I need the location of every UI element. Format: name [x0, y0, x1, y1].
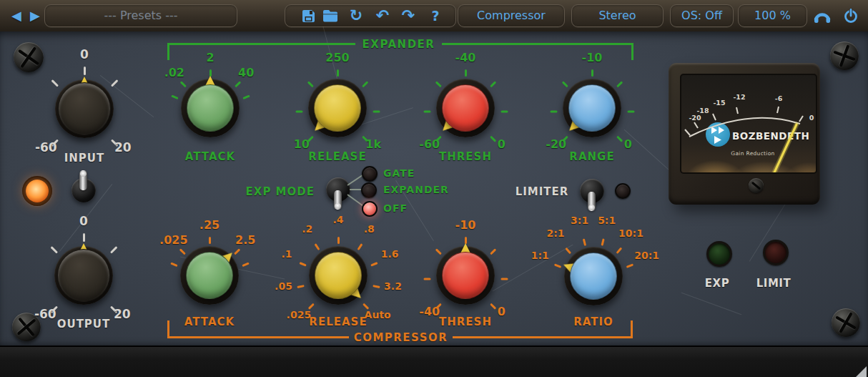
knob-tick [84, 67, 86, 75]
exp-mode-option-off[interactable]: OFF [383, 202, 408, 214]
knob-tick [83, 233, 85, 242]
screw-top-right [830, 41, 859, 70]
compressor-release-knob-cap[interactable] [315, 252, 362, 299]
input-knob[interactable]: -60020INPUT [51, 76, 117, 142]
expander-thresh-scale-label: -40 [455, 51, 476, 64]
input-knob-cap[interactable] [58, 82, 111, 135]
screw-top-left [14, 42, 44, 72]
toolbar: ◀ ▶ --- Presets --- ↻ ↶ ↷ ? Compressor [0, 0, 868, 33]
preset-selector[interactable]: --- Presets --- [44, 4, 237, 27]
knob-tick [500, 278, 508, 280]
save-preset-button[interactable] [300, 0, 317, 31]
output-knob-cap[interactable] [57, 249, 110, 302]
exp-mode-toggle-lever[interactable] [334, 190, 342, 210]
compressor-attack-scale-label: .25 [199, 218, 220, 232]
expander-release-knob-cap[interactable] [314, 84, 361, 132]
save-floppy-icon [302, 9, 315, 23]
next-preset-button[interactable]: ▶ [30, 8, 40, 23]
exp-mode-option-expander[interactable]: EXPANDER [383, 184, 449, 195]
compressor-ratio-knob-cap[interactable] [570, 253, 617, 300]
compressor-release-scale-label: 1.6 [381, 248, 399, 260]
compressor-release-scale-label: 3.2 [384, 280, 402, 292]
open-preset-button[interactable] [321, 0, 340, 31]
compressor-thresh-knob-cap[interactable] [442, 252, 489, 299]
expander-bracket [167, 43, 169, 60]
reload-button[interactable]: ↻ [347, 0, 365, 31]
expander-thresh-knob-cap[interactable] [442, 84, 489, 132]
expander-range-scale-label: 0 [624, 137, 632, 151]
expander-thresh-knob-name: THRESH [439, 150, 492, 163]
compressor-attack-scale-label: 2.5 [235, 232, 255, 246]
expander-attack-scale-label: 40 [238, 65, 254, 79]
output-scale-label: 0 [79, 214, 88, 228]
svg-text:-6: -6 [775, 94, 783, 102]
compressor-thresh-knob[interactable]: -40-100THRESH [433, 243, 498, 308]
expander-release-knob[interactable]: 102501kRELEASE [305, 75, 370, 141]
compressor-thresh-scale-label: -10 [455, 218, 476, 232]
power-button[interactable] [842, 0, 860, 31]
expander-range-knob[interactable]: -20-100RANGE [559, 75, 625, 141]
previous-preset-button[interactable]: ◀ [11, 8, 21, 23]
input-scale-label: 20 [114, 140, 132, 155]
compressor-attack-knob-cap[interactable] [186, 252, 233, 299]
exp-mode-label: EXP MODE [235, 185, 315, 198]
bypass-toggle-lever[interactable] [79, 170, 87, 190]
expander-release-scale-label: 1k [365, 137, 381, 151]
compressor-ratio-scale-label: 5:1 [598, 215, 616, 226]
expander-attack-scale-label: 2 [206, 51, 214, 64]
exp-mode-led-expander [361, 182, 377, 198]
brand-logo-icon [706, 122, 730, 147]
expander-bracket [167, 43, 355, 45]
exp-mode-connector [350, 189, 362, 190]
expander-attack-knob-cap[interactable] [187, 84, 234, 132]
expander-thresh-knob[interactable]: -60-400THRESH [433, 75, 498, 141]
compressor-ratio-scale-label: 20:1 [634, 250, 659, 261]
compressor-thresh-knob-name: THRESH [439, 315, 492, 328]
mode-select[interactable]: Compressor [458, 4, 565, 27]
svg-text:-12: -12 [733, 93, 745, 101]
compressor-bracket [167, 320, 169, 338]
output-knob[interactable]: -60020OUTPUT [51, 243, 117, 308]
expander-release-knob-name: RELEASE [308, 150, 366, 163]
ui-zoom-label: 100 % [754, 9, 791, 22]
exp-indicator-label: EXP [705, 277, 729, 290]
output-knob-name: OUTPUT [57, 318, 111, 331]
help-button[interactable]: ? [427, 0, 444, 31]
channel-mode-select[interactable]: Stereo [571, 4, 664, 27]
compressor-ratio-knob-name: RATIO [573, 315, 613, 328]
compressor-release-scale-label: .8 [364, 223, 375, 235]
resize-grip[interactable] [856, 366, 867, 377]
compressor-release-knob[interactable]: .025.05.1.2.4.81.63.2AutoRELEASE [305, 243, 371, 308]
right-arrow-icon: ▶ [30, 8, 40, 23]
brand-logo [706, 122, 730, 147]
exp-mode-led-gate [362, 166, 378, 182]
compressor-release-knob-name: RELEASE [309, 315, 367, 328]
undo-button[interactable]: ↶ [374, 0, 391, 31]
expander-attack-scale-label: .02 [164, 65, 184, 79]
left-arrow-icon: ◀ [11, 8, 21, 23]
power-icon [843, 8, 859, 24]
compressor-ratio-knob[interactable]: 1:12:13:15:110:120:1RATIO [561, 243, 626, 309]
compressor-ratio-scale-label: 2:1 [546, 227, 564, 239]
expander-release-scale-label: 250 [325, 51, 349, 64]
ui-zoom-button[interactable]: 100 % [738, 4, 807, 27]
expander-range-knob-cap[interactable] [568, 84, 616, 132]
redo-button[interactable]: ↷ [400, 0, 417, 31]
oversampling-button[interactable]: OS: Off [670, 4, 734, 27]
exp-mode-option-gate[interactable]: GATE [383, 167, 415, 179]
knob-tick [423, 278, 430, 280]
input-knob-name: INPUT [64, 152, 105, 165]
compressor-release-scale-label: .1 [281, 248, 292, 260]
undo-icon: ↶ [376, 8, 389, 24]
expander-release-scale-label: 10 [294, 137, 310, 151]
compressor-attack-knob[interactable]: .025.252.5ATTACK [177, 243, 242, 308]
oversampling-label: OS: Off [681, 9, 722, 22]
expander-attack-knob[interactable]: .02240ATTACK [177, 75, 243, 141]
meter-brand-text: BOZBENDETH [732, 130, 809, 142]
limiter-toggle-lever[interactable] [588, 192, 596, 211]
compressor-release-scale-label: .025 [287, 309, 312, 320]
monitor-button[interactable] [812, 0, 832, 31]
exp-indicator-led [706, 241, 732, 267]
meter-face: BOZBENDETH Gain Reduction -20-18-15-12-6… [680, 74, 817, 174]
limit-indicator-led [763, 240, 789, 265]
